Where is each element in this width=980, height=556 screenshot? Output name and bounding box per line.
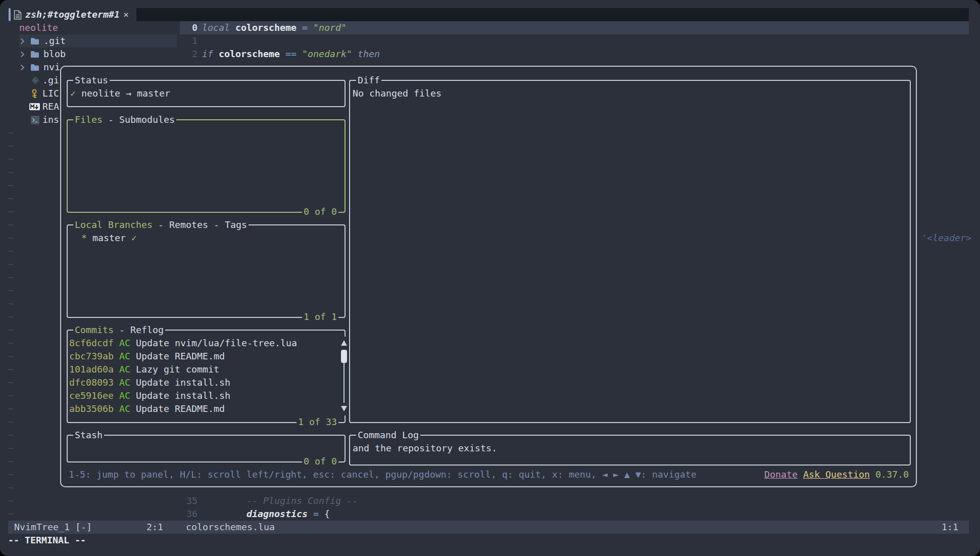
panel-tab-selected[interactable]: Local Branches [75, 219, 153, 230]
stash-count: 0 of 0 [302, 455, 338, 468]
commit-message: Update nvim/lua/file-tree.lua [136, 338, 297, 348]
code-token: local [202, 22, 235, 33]
tilde-filler: ~ [8, 205, 14, 218]
commit-author-flag: AC [119, 390, 136, 401]
tilde-filler: ~ [8, 323, 14, 337]
tilde-filler: ~ [8, 363, 14, 376]
tab-close-icon[interactable]: × [123, 8, 129, 21]
tree-item-blob-dir[interactable]: blob [0, 48, 177, 61]
scrollbar-thumb[interactable] [341, 350, 347, 363]
panel-branches-title: Local Branches - Remotes - Tags [73, 218, 249, 231]
chevron-right-icon [20, 38, 25, 44]
panel-files-title: Files - Submodules [73, 113, 176, 126]
diff-content: No changed files [353, 87, 442, 100]
tree-root-name[interactable]: neolite [19, 21, 58, 34]
panel-tab-others[interactable]: - Reflog [114, 325, 164, 335]
panel-tab-others[interactable]: - Remotes - Tags [153, 219, 247, 230]
terminal-window: zsh;#toggleterm#1 × neolite .git blob nv… [0, 0, 980, 556]
tilde-filler: ~ [8, 455, 14, 468]
commit-row[interactable]: 101ad60a AC Lazy git commit [69, 363, 219, 376]
panel-status-title: Status [73, 74, 110, 87]
code-token: = [313, 508, 324, 519]
tilde-filler: ~ [8, 245, 14, 258]
panel-commits-title: Commits - Reflog [73, 323, 165, 337]
ask-question-link[interactable]: Ask Question [803, 468, 870, 481]
commit-sha: 101ad60a [69, 364, 119, 375]
tilde-filler: ~ [8, 140, 14, 153]
tab-active-indicator [9, 8, 11, 21]
tilde-filler: ~ [8, 310, 14, 323]
code-line-0[interactable]: local colorscheme = "nord" [202, 21, 347, 34]
commit-row[interactable]: ce5916ee AC Update install.sh [69, 389, 230, 402]
line-number: 1 [180, 34, 198, 48]
git-icon [31, 76, 40, 85]
tree-item-label: blob [43, 48, 66, 61]
tilde-filler: ~ [8, 389, 14, 402]
panel-diff[interactable] [349, 80, 911, 423]
statusline-ruler: 1:1 [942, 521, 958, 534]
code-token: == [285, 49, 302, 59]
tilde-filler: ~ [8, 494, 14, 507]
code-token: "nord" [313, 22, 347, 33]
donate-link[interactable]: Donate [764, 468, 798, 481]
commit-row[interactable]: cbc739ab AC Update README.md [69, 350, 225, 363]
commit-row[interactable]: 8cf6dcdf AC Update nvim/lua/file-tree.lu… [69, 337, 297, 350]
code-token: -- Plugins Config -- [247, 495, 358, 506]
branch-row-master[interactable]: * master ✓ [81, 231, 137, 245]
panel-files[interactable] [67, 119, 346, 213]
terminal-icon [31, 116, 39, 124]
tilde-filler: ~ [8, 376, 14, 389]
tab-title[interactable]: zsh;#toggleterm#1 [25, 8, 120, 21]
commit-sha: abb3506b [69, 403, 119, 414]
tilde-filler: ~ [8, 350, 14, 363]
code-token: if [202, 49, 219, 59]
tilde-filler: ~ [8, 481, 14, 494]
scroll-down-icon[interactable] [340, 405, 348, 412]
panel-tab-others[interactable]: - Submodules [103, 114, 175, 125]
panel-tab-selected[interactable]: Files [75, 114, 103, 125]
commit-message: Lazy git commit [136, 364, 219, 375]
code-line-36[interactable]: diagnostics = { [247, 507, 330, 521]
tree-item-git-dir[interactable]: .git [0, 34, 177, 48]
code-token: colorscheme [219, 49, 285, 59]
chevron-right-icon [20, 51, 25, 58]
folder-icon [30, 37, 39, 45]
commit-message: Update install.sh [136, 377, 230, 388]
commit-row[interactable]: dfc08093 AC Update install.sh [69, 376, 230, 389]
keybindings-help: 1-5: jump to panel, H/L: scroll left/rig… [69, 468, 697, 481]
scrollbar-track [344, 363, 345, 403]
tree-item-label: ins [42, 113, 59, 126]
lazygit-version: 0.37.0 [875, 468, 909, 481]
commit-author-flag: AC [119, 403, 136, 414]
panel-title-text: Status [75, 75, 108, 85]
commit-author-flag: AC [119, 364, 136, 375]
code-fragment-leader: '<leader> [921, 231, 971, 245]
tilde-filler: ~ [8, 271, 14, 284]
tree-item-label: LIC [42, 87, 59, 100]
folder-icon [30, 51, 39, 58]
code-line-35[interactable]: -- Plugins Config -- [247, 494, 358, 507]
commit-sha: 8cf6dcdf [69, 338, 119, 348]
tilde-filler: ~ [8, 192, 14, 205]
tilde-filler: ~ [8, 337, 14, 350]
tree-item-label: nvi [43, 61, 60, 74]
panel-diff-title: Diff [356, 74, 381, 87]
commits-count: 1 of 33 [297, 415, 338, 429]
check-icon: ✓ [131, 233, 137, 243]
commit-row[interactable]: abb3506b AC Update README.md [69, 402, 225, 415]
tilde-filler: ~ [8, 415, 14, 429]
tilde-filler: ~ [8, 402, 14, 415]
panel-command-log-title: Command Log [356, 429, 420, 442]
panel-tab-selected[interactable]: Commits [75, 325, 114, 335]
panel-title-text: Stash [75, 430, 103, 440]
statusline-buffer-name: NvimTree_1 [-] [14, 521, 92, 534]
code-line-2[interactable]: if colorscheme == "onedark" then [202, 48, 380, 61]
tilde-filler: ~ [8, 297, 14, 310]
scroll-up-icon[interactable] [340, 340, 348, 346]
code-token: diagnostics [247, 508, 313, 519]
status-content[interactable]: ✓ neolite → master [70, 87, 170, 100]
mode-indicator: -- TERMINAL -- [8, 534, 86, 547]
command-log-content: and the repository exists. [353, 442, 497, 455]
statusline: NvimTree_1 [-] 2:1 colorschemes.lua 1:1 [8, 521, 969, 534]
branches-count: 1 of 1 [302, 310, 338, 323]
